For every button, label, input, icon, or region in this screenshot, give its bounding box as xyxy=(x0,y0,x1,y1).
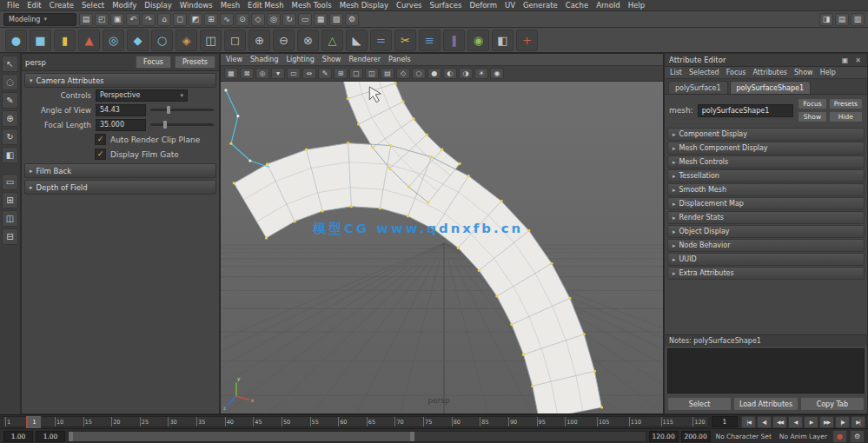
shelf-multi-cut-icon[interactable]: ✂ xyxy=(394,30,416,51)
select-tool-icon[interactable]: ↖ xyxy=(2,56,18,72)
shelf-extrude-icon[interactable]: △ xyxy=(321,30,343,51)
shelf-insert-edge-loop-icon[interactable]: ≡ xyxy=(419,30,441,51)
controls-dropdown[interactable]: Perspective xyxy=(96,89,188,102)
menu-item[interactable]: Mesh Display xyxy=(340,1,388,10)
notes-area[interactable] xyxy=(667,348,865,393)
select-by-object-icon[interactable]: ◻ xyxy=(173,13,187,26)
focus-button[interactable]: Focus xyxy=(798,98,826,109)
grease-pencil-icon[interactable]: ✎ xyxy=(318,68,332,79)
tool-settings-toggle-icon[interactable]: ▤ xyxy=(835,13,849,26)
presets-button[interactable]: Presets xyxy=(829,98,863,109)
attribute-section-header[interactable]: Mesh Component Display xyxy=(667,142,865,155)
image-plane-icon[interactable]: ▭ xyxy=(287,68,301,79)
viewport-scene[interactable]: 模型CG www.qdnxfb.cn persp y x z xyxy=(221,82,663,413)
focus-button[interactable]: Focus xyxy=(136,56,171,69)
section-film-back[interactable]: Film Back xyxy=(24,163,216,178)
save-scene-icon[interactable]: ▣ xyxy=(110,13,124,26)
shelf-platonic-solid-icon[interactable]: ◈ xyxy=(176,30,197,51)
range-bar[interactable] xyxy=(68,431,646,442)
viewport-menu-item[interactable]: Show xyxy=(322,56,341,63)
shelf-bridge-icon[interactable]: = xyxy=(370,30,392,51)
render-view-icon[interactable]: ▭ xyxy=(298,13,312,26)
shelf-separate-icon[interactable]: ◻ xyxy=(224,30,246,51)
menu-item[interactable]: Surfaces xyxy=(430,1,462,10)
lasso-tool-icon[interactable]: ◌ xyxy=(2,74,18,90)
shelf-boolean-union-icon[interactable]: ⊕ xyxy=(248,30,270,51)
attribute-section-header[interactable]: Mesh Controls xyxy=(667,155,865,169)
gate-mask-icon[interactable]: ▤ xyxy=(381,68,394,79)
menu-item[interactable]: UV xyxy=(505,1,515,10)
menu-item[interactable]: Deform xyxy=(469,1,497,10)
attribute-editor-menu-item[interactable]: Attributes xyxy=(753,69,788,76)
attribute-editor-menu-item[interactable]: List xyxy=(670,69,682,76)
attribute-section-header[interactable]: Smooth Mesh xyxy=(667,183,865,196)
paint-select-tool-icon[interactable]: ✎ xyxy=(2,92,18,109)
move-tool-icon[interactable]: ⊕ xyxy=(2,110,18,127)
rotate-tool-icon[interactable]: ↻ xyxy=(2,129,18,145)
load-attributes-button[interactable]: Load Attributes xyxy=(733,397,798,411)
current-frame-field[interactable]: 1 xyxy=(712,416,738,427)
viewport-menu-item[interactable]: Lighting xyxy=(286,56,314,63)
copy-tab-button[interactable]: Copy Tab xyxy=(800,397,865,411)
menu-item[interactable]: Select xyxy=(82,1,104,10)
snap-to-plane-icon[interactable]: ◇ xyxy=(251,13,265,26)
render-settings-icon[interactable]: ⚙ xyxy=(345,13,359,26)
shelf-poly-cylinder-icon[interactable]: ▮ xyxy=(54,30,76,51)
select-by-component-icon[interactable]: ◩ xyxy=(189,13,202,26)
shelf-poly-disc-icon[interactable]: ○ xyxy=(151,30,173,51)
attribute-editor-menu-item[interactable]: Show xyxy=(794,69,813,76)
shelf-boolean-intersection-icon[interactable]: ⊗ xyxy=(297,30,319,51)
auto-keyframe-toggle-icon[interactable]: ● xyxy=(832,430,847,443)
xray-icon[interactable]: ◑ xyxy=(459,68,473,79)
ipr-render-icon[interactable]: ▧ xyxy=(329,13,343,26)
tab-polySurface1[interactable]: polySurface1 xyxy=(668,81,728,94)
play-backward-button[interactable]: ◀ xyxy=(788,416,803,428)
menu-item[interactable]: Mesh xyxy=(221,1,240,10)
shelf-boolean-difference-icon[interactable]: ⊖ xyxy=(273,30,295,51)
shelf-offset-edge-loop-icon[interactable]: ∥ xyxy=(443,30,465,51)
smooth-shade-icon[interactable]: ● xyxy=(427,68,441,79)
menu-item[interactable]: Cache xyxy=(566,1,588,10)
angle-of-view-field[interactable]: 54.43 xyxy=(96,104,146,116)
playback-start-field[interactable]: 1.00 xyxy=(36,431,65,442)
current-frame-marker[interactable]: 1 xyxy=(26,416,41,428)
notes-bar[interactable]: Notes: polySurfaceShape1 xyxy=(665,334,867,347)
hide-button[interactable]: Hide xyxy=(829,111,863,122)
select-button[interactable]: Select xyxy=(667,397,732,411)
undo-icon[interactable]: ↶ xyxy=(126,13,140,26)
section-camera-attributes[interactable]: Camera Attributes xyxy=(24,73,216,88)
wireframe-icon[interactable]: ○ xyxy=(412,68,426,79)
snap-to-point-icon[interactable]: ⊙ xyxy=(235,13,249,26)
viewport-menu-item[interactable]: Panels xyxy=(388,56,411,63)
lighting-icon[interactable]: ☀ xyxy=(474,68,488,79)
menu-item[interactable]: Modify xyxy=(112,1,136,10)
close-icon[interactable]: ✕ xyxy=(853,56,863,64)
select-camera-icon[interactable]: ▦ xyxy=(224,68,238,79)
construction-history-icon[interactable]: ↻ xyxy=(282,13,296,26)
menu-item[interactable]: Windows xyxy=(180,1,213,10)
focal-length-slider[interactable] xyxy=(150,123,214,126)
camera-attributes-icon[interactable]: ◎ xyxy=(255,68,269,79)
animation-preferences-icon[interactable]: ⚙ xyxy=(850,430,865,443)
step-forward-frame-button[interactable]: |▶ xyxy=(835,416,850,428)
grid-toggle-icon[interactable]: ⊞ xyxy=(334,68,348,79)
node-name-field[interactable]: polySurfaceShape1 xyxy=(698,104,794,117)
attribute-section-header[interactable]: Displacement Map xyxy=(667,197,865,210)
focal-length-field[interactable]: 35.000 xyxy=(96,119,146,131)
shelf-poly-cube-icon[interactable]: ■ xyxy=(30,30,51,51)
scale-tool-icon[interactable]: ◧ xyxy=(2,147,18,163)
go-to-start-button[interactable]: |◀ xyxy=(741,416,756,428)
shelf-combine-icon[interactable]: ◫ xyxy=(200,30,222,51)
attribute-editor-menu-item[interactable]: Focus xyxy=(726,69,746,76)
menu-item[interactable]: Help xyxy=(628,1,645,10)
tab-polySurfaceShape1[interactable]: polySurfaceShape1 xyxy=(730,81,812,94)
two-pane-layout-button[interactable]: ⊟ xyxy=(2,228,18,245)
menu-item[interactable]: Edit xyxy=(27,1,41,10)
menu-item[interactable]: Arnold xyxy=(596,1,620,10)
lock-camera-icon[interactable]: ⊠ xyxy=(240,68,254,79)
resolution-gate-icon[interactable]: ◫ xyxy=(365,68,379,79)
textured-icon[interactable]: ◐ xyxy=(443,68,457,79)
pin-icon[interactable]: ▣ xyxy=(840,56,850,64)
select-by-hierarchy-icon[interactable]: ⌂ xyxy=(157,13,171,26)
shelf-smooth-icon[interactable]: ◉ xyxy=(467,30,489,51)
